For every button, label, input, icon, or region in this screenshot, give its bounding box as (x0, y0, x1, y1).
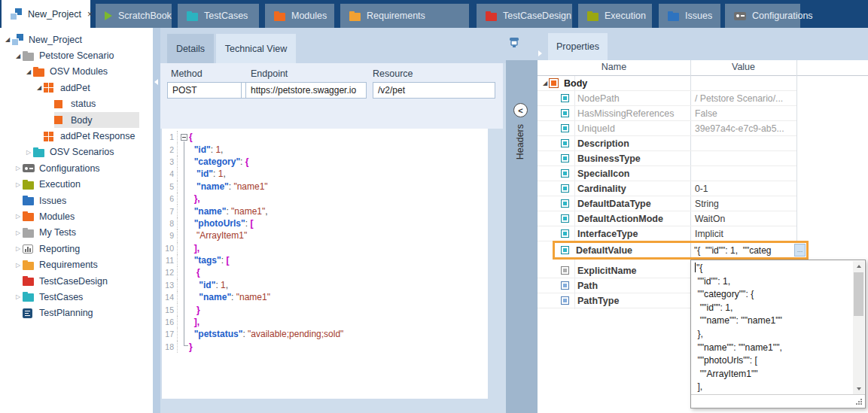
popup-scrollbar[interactable] (853, 261, 864, 394)
property-row-description[interactable]: Description (538, 136, 796, 151)
tree-item-addpet[interactable]: ◢addPet (0, 80, 153, 96)
tree-item-osv-modules[interactable]: ◢OSV Modules (0, 64, 153, 80)
editor-panel: Details Technical View Method Endpoint R… (160, 28, 538, 413)
property-row-defaultactionmode[interactable]: DefaultActionModeWaitOn (538, 211, 796, 226)
tree-item-label: Modules (39, 211, 75, 222)
tab-issues[interactable]: Issues (659, 4, 720, 28)
report-chart-icon (23, 244, 33, 254)
property-name: DefaultDataType (577, 199, 651, 209)
property-row-body[interactable]: ◢Body (538, 76, 796, 91)
property-row-cardinality[interactable]: Cardinality0-1 (538, 181, 796, 196)
folder-icon (668, 11, 679, 21)
tab-technical-view[interactable]: Technical View (216, 34, 296, 63)
code-line: 6 }, (162, 193, 488, 205)
expanded-arrow-icon[interactable]: ◢ (24, 68, 33, 75)
property-name: HasMissingReferences (577, 108, 675, 119)
tab-requirements[interactable]: Requirements (340, 4, 469, 28)
code-line: 12 { (162, 266, 488, 278)
tab-properties[interactable]: Properties (548, 33, 608, 60)
property-row-defaultvalue[interactable]: DefaultValue"{ ""id"": 1, ""categ... (553, 241, 809, 260)
resource-input[interactable] (373, 82, 495, 99)
property-row-defaultdatatype[interactable]: DefaultDataTypeString (538, 196, 796, 211)
tree-item-my-tests[interactable]: ▷My Tests (0, 225, 153, 241)
tab-modules[interactable]: Modules (265, 4, 334, 28)
folder-icon (23, 180, 34, 190)
line-number: 8 (162, 217, 178, 229)
endpoint-input[interactable] (245, 82, 367, 99)
collapsed-arrow-icon[interactable]: ▷ (14, 245, 23, 252)
tree-item-execution[interactable]: ▷Execution (0, 177, 153, 193)
tree-item-body[interactable]: Body (0, 112, 153, 128)
left-splitter[interactable] (153, 28, 160, 413)
tree-item-petstore-scenario[interactable]: ◢Petstore Scenario (0, 47, 153, 63)
module-field-icon (54, 116, 62, 124)
tab-scratchbook[interactable]: ScratchBook (96, 4, 172, 28)
tab-details[interactable]: Details (167, 34, 214, 63)
fold-collapse-icon[interactable] (181, 134, 187, 141)
method-value: POST (168, 85, 197, 96)
tree-item-modules[interactable]: ▷Modules (0, 208, 153, 224)
property-square-icon (561, 94, 569, 102)
property-row-uniqueid[interactable]: UniqueId39e97a4c-e7c9-ab5... (538, 121, 796, 136)
tab-testcasedesign[interactable]: TestCaseDesign (477, 4, 572, 28)
property-value: / Petstore Scenario/... (690, 93, 796, 104)
document-icon (23, 308, 32, 318)
tree-item-reporting[interactable]: ▷Reporting (0, 241, 153, 257)
property-row-businesstype[interactable]: BusinessType (538, 151, 796, 166)
play-icon (105, 11, 112, 20)
collapsed-arrow-icon[interactable]: ▷ (14, 262, 23, 269)
property-row-hasmissingreferences[interactable]: HasMissingReferencesFalse (538, 106, 796, 121)
expanded-arrow-icon[interactable]: ◢ (3, 36, 12, 43)
property-value[interactable]: "{ ""id"": 1, ""categ... (690, 243, 806, 257)
tree-item-label: Body (71, 115, 93, 126)
default-value-popup-text[interactable]: "{ ""id"": 1, ""category"": { ""id"": 1,… (695, 262, 851, 393)
property-row-interfacetype[interactable]: InterfaceTypeImplicit (538, 226, 796, 241)
expanded-arrow-icon[interactable]: ◢ (541, 80, 549, 87)
property-row-nodepath[interactable]: NodePath/ Petstore Scenario/... (538, 91, 796, 106)
collapse-left-icon (154, 79, 158, 85)
tree-item-osv-scenarios[interactable]: ▷OSV Scenarios (0, 144, 153, 160)
scroll-thumb[interactable] (854, 272, 863, 316)
collapsed-arrow-icon[interactable]: ▷ (14, 293, 23, 300)
tree-item-configurations[interactable]: ▷Configurations (0, 160, 153, 176)
collapsed-arrow-icon[interactable]: ▷ (14, 213, 23, 220)
expanded-arrow-icon[interactable]: ◢ (14, 53, 23, 59)
close-icon[interactable]: × (87, 9, 93, 20)
payload-editor[interactable]: 1{2 "id": 1,3 "category": {4 "id": 1,5 "… (162, 129, 488, 399)
tree-item-issues[interactable]: Issues (0, 193, 153, 208)
code-line: 17 "petstatus": "available;pending;sold" (162, 328, 488, 340)
pin-icon[interactable] (508, 37, 522, 48)
tree-item-status[interactable]: status (0, 96, 153, 112)
project-tree: ◢New_Project◢Petstore Scenario◢OSV Modul… (0, 28, 153, 413)
folder-icon (33, 67, 44, 77)
resize-grip-icon[interactable] (860, 403, 862, 405)
default-value-popup[interactable]: "{ ""id"": 1, ""category"": { ""id"": 1,… (690, 260, 866, 408)
folder-icon (23, 228, 34, 238)
ellipsis-button[interactable]: ... (794, 244, 806, 257)
code-line: 11 "tags": [ (162, 254, 488, 266)
collapsed-arrow-icon[interactable]: ▷ (14, 229, 23, 236)
tab-new_project[interactable]: New_Project× (2, 0, 90, 28)
tree-item-label: OSV Scenarios (50, 147, 114, 157)
tab-execution[interactable]: Execution (578, 4, 652, 28)
collapsed-arrow-icon[interactable]: ▷ (14, 181, 23, 188)
scroll-up-icon[interactable] (853, 261, 864, 272)
properties-panel: Properties Name Value ◢BodyNodePath/ Pet… (538, 28, 868, 413)
property-row-specialicon[interactable]: SpecialIcon (538, 166, 796, 181)
tree-item-requirements[interactable]: ▷Requirements (0, 257, 153, 272)
line-number: 6 (162, 193, 178, 205)
expanded-arrow-icon[interactable]: ◢ (35, 84, 44, 91)
collapsed-arrow-icon[interactable]: ▷ (24, 149, 33, 156)
tree-item-testcases[interactable]: ▷TestCases (0, 289, 153, 305)
collapsed-arrow-icon[interactable]: ▷ (14, 165, 23, 172)
tab-testcases[interactable]: TestCases (178, 4, 259, 28)
tree-item-new_project[interactable]: ◢New_Project (0, 32, 153, 47)
scroll-down-icon[interactable] (853, 384, 864, 394)
tree-item-testplanning[interactable]: TestPlanning (0, 305, 153, 321)
method-select[interactable]: POST (167, 82, 254, 99)
tree-item-testcasedesign[interactable]: TestCaseDesign (0, 273, 153, 289)
tree-item-addpet-response[interactable]: addPet Response (0, 128, 153, 144)
expand-headers-button[interactable]: < (513, 103, 528, 117)
headers-tab[interactable]: Headers (515, 124, 525, 159)
tab-configurations[interactable]: Configurations (725, 4, 800, 28)
